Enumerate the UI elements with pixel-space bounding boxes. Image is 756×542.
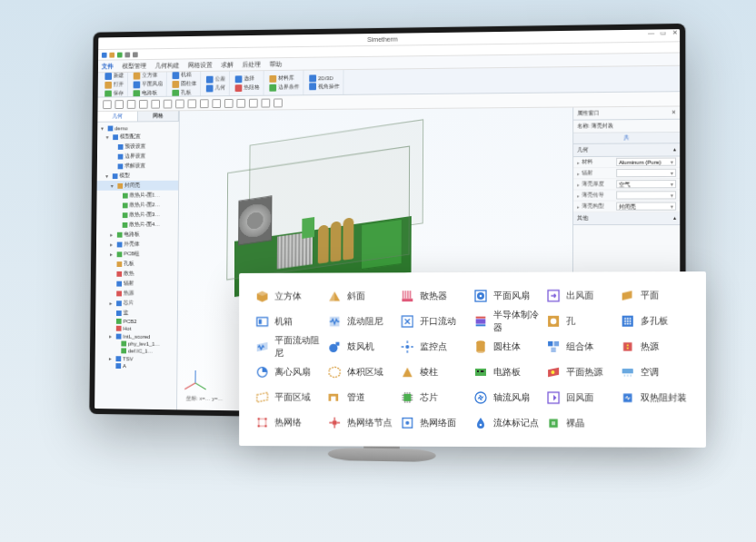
palette-item-fluidmark[interactable]: 流体标记点 — [472, 412, 541, 434]
menu-item[interactable]: 求解 — [221, 60, 234, 69]
property-value-dropdown[interactable] — [616, 191, 676, 199]
section-other[interactable]: 其他▴ — [573, 212, 680, 225]
toolbar-icon[interactable] — [236, 98, 245, 107]
toolbar-icon[interactable] — [188, 99, 197, 108]
toolbar-icon[interactable] — [114, 100, 124, 109]
palette-item-thermalnet[interactable]: 热网络 — [255, 411, 322, 433]
expand-icon[interactable]: ▸ — [109, 333, 114, 340]
palette-item-tworesist[interactable]: 双热阻封装 — [621, 387, 690, 409]
expand-icon[interactable]: ▸ — [109, 355, 114, 361]
expand-icon[interactable]: ▸ — [110, 232, 115, 238]
toolbar-icon[interactable] — [127, 100, 136, 109]
palette-item-pipe[interactable]: 管道 — [327, 387, 394, 409]
palette-item-cube[interactable]: 立方体 — [255, 286, 322, 308]
palette-item-monitor[interactable]: 监控点 — [400, 336, 467, 358]
tab-mesh[interactable]: 网格 — [138, 111, 179, 121]
toolbar-icon[interactable] — [175, 99, 184, 108]
palette-item-plane[interactable]: 平面 — [621, 284, 690, 306]
expand-icon[interactable]: ▾ — [106, 133, 112, 140]
palette-item-flatregion[interactable]: 平面区域 — [255, 387, 322, 409]
ribbon-button[interactable]: 热阻格 — [235, 84, 260, 92]
palette-item-chip[interactable]: 芯片 — [400, 387, 467, 409]
palette-item-tec[interactable]: 半导体制冷器 — [472, 310, 541, 332]
ribbon-button[interactable]: 视角操作 — [309, 83, 339, 91]
maximize-button[interactable]: ▭ — [660, 29, 666, 36]
ribbon-button[interactable]: 材料库 — [269, 74, 299, 83]
expand-icon[interactable]: ▾ — [101, 125, 106, 132]
expand-icon[interactable]: ▸ — [110, 251, 115, 257]
toolbar-icon[interactable] — [224, 99, 234, 108]
toolbar-icon[interactable] — [103, 100, 112, 109]
tree-node[interactable]: A — [95, 362, 177, 370]
property-value-dropdown[interactable]: Aluminum (Pure) — [616, 158, 676, 166]
qat-icon[interactable] — [133, 52, 138, 57]
tree-node[interactable]: 辐射 — [95, 279, 177, 289]
toolbar-icon[interactable] — [249, 98, 258, 107]
menu-item[interactable]: 几何构建 — [155, 61, 180, 70]
minimize-button[interactable]: — — [648, 30, 654, 37]
ribbon-button[interactable]: 2D/3D — [309, 74, 339, 82]
palette-item-heatsrc[interactable]: 热源 — [621, 336, 690, 358]
ribbon-button[interactable]: 选择 — [235, 74, 260, 83]
toolbar-icon[interactable] — [139, 99, 148, 108]
tree-node[interactable]: 热源 — [95, 288, 177, 298]
toolbar-icon[interactable] — [274, 98, 283, 107]
ribbon-button[interactable]: 保存 — [104, 89, 124, 97]
prop-tab[interactable]: 共 — [573, 133, 680, 144]
tree-node[interactable]: 求解设置 — [97, 161, 179, 171]
tab-geometry[interactable]: 几何 — [97, 112, 138, 122]
tree-node[interactable]: ▸电路板 — [96, 230, 178, 240]
toolbar-icon[interactable] — [200, 99, 209, 108]
palette-item-netface[interactable]: 热网络面 — [400, 412, 467, 434]
palette-item-volregion[interactable]: 体积区域 — [327, 361, 394, 383]
palette-item-hole[interactable]: 孔 — [546, 310, 614, 332]
tree-node[interactable]: 散热片-面2… — [96, 200, 178, 210]
palette-item-grille[interactable]: 多孔板 — [621, 310, 690, 331]
palette-item-die[interactable]: 裸晶 — [546, 412, 614, 434]
palette-item-flatheat[interactable]: 平面热源 — [546, 361, 614, 383]
palette-item-prism[interactable]: 斜面 — [327, 285, 394, 307]
tree-node[interactable]: 孔板 — [96, 259, 178, 269]
palette-item-enclosure[interactable]: 机箱 — [255, 310, 322, 332]
palette-item-heatsink[interactable]: 散热器 — [400, 285, 467, 307]
tree-node[interactable]: ▾模型 — [97, 171, 179, 181]
property-value-dropdown[interactable]: 空气 — [616, 180, 676, 188]
palette-item-centrifan[interactable]: 离心风扇 — [255, 361, 322, 383]
palette-item-prism2[interactable]: 棱柱 — [400, 361, 467, 383]
tree-node[interactable]: ▾模型配置 — [97, 132, 179, 142]
tree-node[interactable]: 监 — [95, 308, 177, 318]
tree-node[interactable]: 边界设置 — [97, 151, 179, 161]
palette-item-flatfan[interactable]: 平面风扇 — [472, 285, 541, 307]
tree-node[interactable]: 散热片-面1… — [96, 191, 178, 201]
ribbon-button[interactable]: 新建 — [104, 72, 124, 80]
qat-icon[interactable] — [117, 52, 123, 57]
palette-item-return[interactable]: 回风面 — [546, 387, 614, 409]
menu-item[interactable]: 后处理 — [243, 60, 261, 69]
tree-node[interactable]: 散热 — [96, 269, 178, 279]
ribbon-button[interactable]: 电路板 — [133, 89, 162, 97]
ribbon-button[interactable]: 平面风扇 — [134, 80, 163, 88]
palette-item-blower[interactable]: 鼓风机 — [327, 336, 394, 358]
tree-node[interactable]: 散热片-面3… — [96, 210, 178, 220]
palette-item-outlet[interactable]: 出风面 — [546, 284, 614, 306]
menu-item[interactable]: 网格设置 — [188, 61, 213, 70]
section-geometry[interactable]: 几何▴ — [573, 143, 680, 157]
tree-node[interactable]: 预设设置 — [97, 142, 179, 152]
tree-node[interactable]: ▸芯片 — [95, 298, 177, 308]
menu-item[interactable]: 帮助 — [270, 60, 283, 69]
ribbon-button[interactable]: 边界条件 — [269, 83, 299, 91]
palette-item-axialfan[interactable]: 轴流风扇 — [472, 387, 541, 409]
toolbar-icon[interactable] — [164, 99, 173, 108]
expand-icon[interactable]: ▾ — [111, 182, 116, 189]
expand-icon[interactable]: ▾ — [105, 172, 111, 179]
tree-node[interactable]: ▸外壳体 — [96, 240, 178, 250]
palette-item-pcb[interactable]: 电路板 — [472, 361, 541, 383]
ribbon-button[interactable]: 公差 — [206, 75, 225, 84]
palette-item-assembly[interactable]: 组合体 — [546, 336, 614, 358]
palette-item-resist[interactable]: 流动阻尼 — [327, 310, 394, 332]
tree-node[interactable]: ▾封闭壳 — [97, 181, 179, 191]
expand-icon[interactable]: ▸ — [110, 241, 115, 248]
ribbon-button[interactable]: 机箱 — [173, 71, 197, 79]
toolbar-icon[interactable] — [151, 99, 160, 108]
ribbon-button[interactable]: 圆柱体 — [172, 80, 196, 88]
